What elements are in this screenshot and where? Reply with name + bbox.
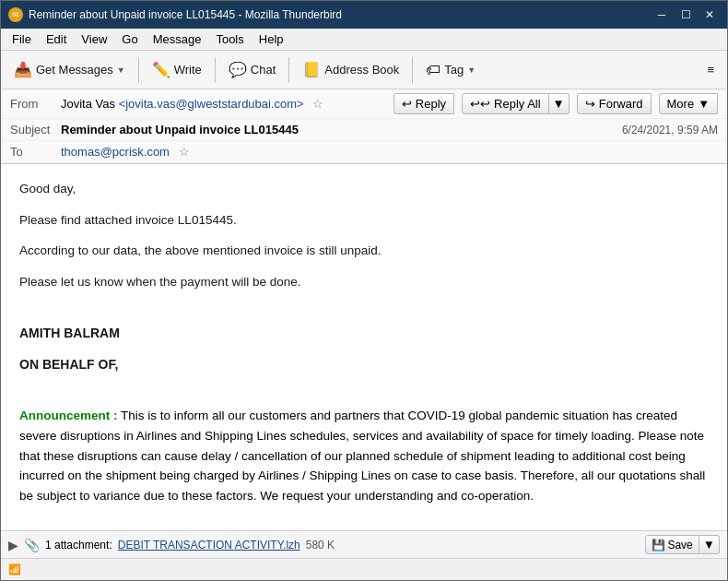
email-para1: Please find attached invoice LL015445. (19, 210, 709, 231)
more-button[interactable]: More ▼ (659, 93, 719, 114)
forward-icon: ↪ (585, 97, 595, 111)
chat-label: Chat (251, 63, 276, 77)
window-title: Reminder about Unpaid invoice LL015445 -… (29, 8, 342, 21)
titlebar-controls: ─ ☐ ✕ (652, 5, 720, 25)
email-greeting: Good day, (19, 179, 709, 199)
more-button-group: More ▼ (659, 93, 719, 114)
menubar: File Edit View Go Message Tools Help (1, 29, 727, 51)
subject-row: Subject Reminder about Unpaid invoice LL… (1, 119, 727, 141)
close-button[interactable]: ✕ (699, 5, 720, 25)
tag-icon: 🏷 (426, 62, 440, 78)
sender-name: AMITH BALRAM (19, 323, 709, 343)
address-book-button[interactable]: 📒 Address Book (295, 57, 406, 82)
announcement-label: Announcement : (19, 409, 118, 422)
from-row: From Jovita Vas <jovita.vas@glweststardu… (1, 89, 727, 119)
content-area: From Jovita Vas <jovita.vas@glweststardu… (1, 89, 727, 580)
toolbar-sep-1 (138, 57, 139, 83)
toolbar-sep-2 (215, 57, 216, 83)
menu-edit[interactable]: Edit (39, 30, 74, 48)
wifi-icon: 📶 (8, 563, 21, 575)
save-label: Save (667, 539, 692, 551)
app-window: ✉ Reminder about Unpaid invoice LL015445… (0, 0, 728, 581)
address-book-label: Address Book (324, 63, 399, 77)
to-row: To thomas@pcrisk.com ☆ (1, 141, 727, 163)
reply-all-label: Reply All (494, 97, 541, 111)
reply-icon: ↩ (402, 97, 412, 111)
forward-label: Forward (599, 97, 643, 111)
from-value: Jovita Vas <jovita.vas@glweststardubai.c… (61, 97, 393, 111)
menu-view[interactable]: View (74, 30, 114, 48)
from-label: From (10, 97, 61, 111)
sender-title: ON BEHALF OF, (19, 354, 709, 374)
save-button[interactable]: 💾 Save (645, 535, 699, 554)
minimize-button[interactable]: ─ (652, 5, 672, 25)
more-label: More (667, 97, 695, 111)
reply-all-button-group: ↩↩ Reply All ▼ (462, 93, 569, 114)
toolbar-sep-4 (412, 57, 413, 83)
get-messages-dropdown-icon: ▼ (117, 65, 125, 75)
get-messages-icon: 📥 (14, 61, 32, 78)
save-icon: 💾 (652, 539, 665, 551)
write-label: Write (174, 63, 202, 77)
subject-value: Reminder about Unpaid invoice LL015445 (61, 123, 613, 136)
menu-message[interactable]: Message (146, 30, 209, 48)
attachment-size: 580 K (306, 539, 335, 551)
from-star-icon[interactable]: ☆ (312, 97, 323, 111)
from-name: Jovita Vas (61, 97, 115, 111)
chat-icon: 💬 (229, 61, 247, 78)
tag-label: Tag (444, 63, 464, 77)
address-book-icon: 📒 (302, 61, 321, 78)
write-icon: ✏️ (152, 61, 170, 78)
save-dropdown-button[interactable]: ▼ (699, 535, 720, 554)
expand-icon[interactable]: ▶ (8, 538, 18, 552)
attachment-filename[interactable]: DEBIT TRANSACTION ACTIVITY.lzh (118, 539, 300, 551)
forward-button[interactable]: ↪ Forward (577, 93, 652, 114)
reply-button-group: ↩ Reply (393, 93, 454, 114)
save-button-group: 💾 Save ▼ (645, 535, 720, 554)
titlebar-left: ✉ Reminder about Unpaid invoice LL015445… (8, 7, 342, 22)
subject-text: Reminder about Unpaid invoice LL015445 (61, 123, 299, 136)
statusbar: 📶 (1, 558, 727, 580)
email-date: 6/24/2021, 9:59 AM (622, 124, 718, 136)
reply-label: Reply (416, 97, 446, 111)
menu-tools[interactable]: Tools (208, 30, 251, 48)
reply-button[interactable]: ↩ Reply (393, 93, 454, 114)
maximize-button[interactable]: ☐ (675, 5, 696, 25)
menu-help[interactable]: Help (252, 30, 291, 48)
toolbar-menu-button[interactable]: ≡ (699, 59, 722, 80)
to-value: thomas@pcrisk.com ☆ (61, 145, 718, 159)
email-content: Good day, Please find attached invoice L… (1, 164, 727, 530)
attachment-paperclip-icon: 📎 (24, 538, 40, 552)
tag-dropdown-icon: ▼ (467, 65, 476, 75)
email-para2: According to our data, the above mention… (19, 241, 709, 261)
reply-all-dropdown-button[interactable]: ▼ (549, 93, 569, 114)
to-star-icon[interactable]: ☆ (179, 145, 190, 159)
to-address: thomas@pcrisk.com (61, 145, 170, 159)
tag-button[interactable]: 🏷 Tag ▼ (418, 58, 483, 82)
announcement-text: This is to inform all our customers and … (19, 409, 705, 502)
reply-all-icon: ↩↩ (470, 97, 490, 111)
announcement: Announcement : This is to inform all our… (19, 406, 709, 505)
subject-label: Subject (10, 123, 61, 136)
app-icon: ✉ (8, 7, 23, 22)
header-action-buttons: ↩ Reply ↩↩ Reply All ▼ ↪ (393, 93, 718, 114)
menu-file[interactable]: File (5, 30, 39, 48)
more-dropdown-icon: ▼ (698, 97, 710, 111)
titlebar: ✉ Reminder about Unpaid invoice LL015445… (1, 1, 727, 29)
toolbar-sep-3 (288, 57, 289, 83)
chat-button[interactable]: 💬 Chat (221, 57, 283, 82)
write-button[interactable]: ✏️ Write (145, 57, 209, 82)
toolbar: 📥 Get Messages ▼ ✏️ Write 💬 Chat 📒 Addre… (1, 51, 727, 89)
email-header: From Jovita Vas <jovita.vas@glweststardu… (1, 89, 727, 164)
get-messages-button[interactable]: 📥 Get Messages ▼ (6, 57, 133, 82)
attachment-bar: ▶ 📎 1 attachment: DEBIT TRANSACTION ACTI… (1, 530, 727, 558)
attachment-count: 1 attachment: (45, 539, 112, 551)
menu-go[interactable]: Go (114, 30, 145, 48)
email-para3: Please let us know when the payment will… (19, 272, 709, 292)
email-body-wrapper[interactable]: Good day, Please find attached invoice L… (1, 164, 727, 530)
get-messages-label: Get Messages (36, 63, 113, 77)
forward-button-group: ↪ Forward (577, 93, 652, 114)
to-label: To (10, 145, 61, 159)
reply-all-button[interactable]: ↩↩ Reply All (462, 93, 549, 114)
from-email: <jovita.vas@glweststardubai.com> (119, 97, 304, 111)
